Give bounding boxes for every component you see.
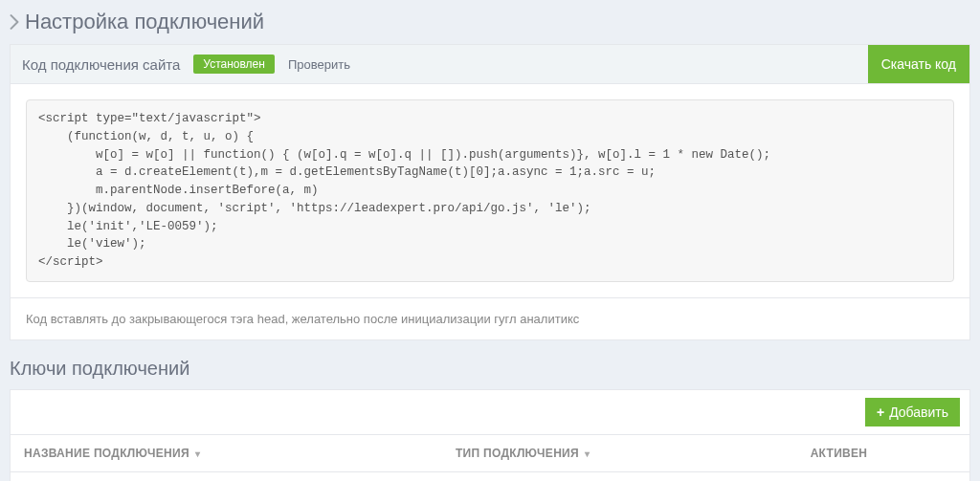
column-header-name[interactable]: НАЗВАНИЕ ПОДКЛЮЧЕНИЯ ▾: [11, 435, 442, 472]
sort-icon: ▾: [195, 448, 200, 459]
add-connection-button[interactable]: + Добавить: [865, 398, 960, 426]
add-button-label: Добавить: [889, 404, 948, 420]
keys-toolbar: + Добавить: [11, 390, 969, 435]
status-badge: Установлен: [193, 55, 275, 74]
code-panel-title: Код подключения сайта: [22, 56, 180, 73]
code-block[interactable]: <script type="text/javascript"> (functio…: [26, 99, 954, 282]
cell-active: [797, 471, 969, 481]
page-title: Настройка подключений: [10, 10, 970, 34]
sort-icon: ▾: [585, 448, 590, 459]
code-panel: Код подключения сайта Установлен Провери…: [10, 44, 970, 340]
plus-icon: +: [877, 404, 884, 420]
chevron-right-icon: [10, 14, 19, 30]
keys-section-title: Ключи подключений: [10, 358, 970, 380]
connections-table: НАЗВАНИЕ ПОДКЛЮЧЕНИЯ ▾ ТИП ПОДКЛЮЧЕНИЯ ▾…: [11, 435, 969, 481]
table-row[interactable]: Leadexpert SMSbytehand: [11, 471, 969, 481]
keys-panel: + Добавить НАЗВАНИЕ ПОДКЛЮЧЕНИЯ ▾ ТИП ПО…: [10, 389, 970, 481]
page-title-text: Настройка подключений: [25, 10, 264, 34]
code-panel-footer: Код вставлять до закрывающегося тэга hea…: [11, 297, 969, 339]
download-code-button[interactable]: Скачать код: [868, 45, 969, 83]
column-header-type[interactable]: ТИП ПОДКЛЮЧЕНИЯ ▾: [442, 435, 797, 472]
column-header-active[interactable]: АКТИВЕН: [797, 435, 969, 472]
cell-name: Leadexpert SMS: [11, 471, 442, 481]
cell-type: bytehand: [442, 471, 797, 481]
check-link[interactable]: Проверить: [288, 57, 350, 72]
code-panel-header: Код подключения сайта Установлен Провери…: [11, 45, 969, 84]
code-panel-body: <script type="text/javascript"> (functio…: [11, 84, 969, 297]
